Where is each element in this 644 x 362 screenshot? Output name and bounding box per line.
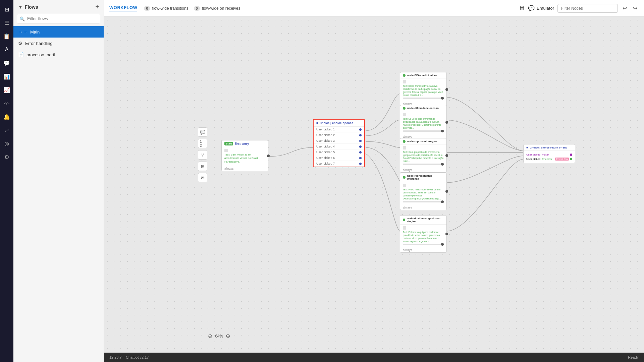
choice-return-row1: User picked: Voltar	[526, 153, 549, 156]
tool-split[interactable]: ⑂	[198, 150, 207, 160]
zoom-in-button[interactable]: ⊕	[226, 333, 230, 339]
choice-return-body: User picked: Voltar User picked: Encerra…	[524, 151, 575, 163]
flow-item-main[interactable]: →→ Main	[13, 26, 104, 38]
tab-receives-label: flow-wide on receives	[202, 6, 240, 11]
add-flow-button[interactable]: +	[95, 3, 99, 10]
node-representante-header: node-representante-imprensa	[400, 173, 446, 182]
tool-envelope[interactable]: ✉	[198, 173, 207, 182]
node-represento-orgao[interactable]: node-represento-orgao Text: Com proposit…	[400, 138, 447, 173]
sidebar-icon-grid[interactable]: ☰	[1, 17, 13, 29]
node-choice-opcoes[interactable]: ■ Choice | choice-opcoes User picked 1 U…	[313, 119, 365, 167]
sidebar-icon-chat[interactable]: 💬	[1, 57, 13, 69]
sidebar-icon-circle[interactable]: ◎	[1, 137, 13, 149]
tool-table[interactable]: ⊞	[198, 162, 207, 171]
node-ppa-header: node-PPA-participativo	[400, 72, 446, 78]
node-duvidas-footer: always	[400, 248, 446, 252]
node-representante-text: Text: Fluxo mais informações ou em caso …	[403, 188, 444, 200]
node-first-entry[interactable]: Start first-entry Text: Bem-vindo(a) ao …	[221, 140, 268, 171]
node-ppa-label: node-PPA-participativo	[407, 74, 437, 77]
main-content: WORKFLOW 0 flow-wide transitions 0 flow-…	[104, 0, 644, 362]
flow-error-label: Error handling	[25, 41, 53, 46]
topbar-tabs: 0 flow-wide transitions 0 flow-wide on r…	[144, 6, 240, 11]
node-ppa-text: Text: Brasil Participativo é a nova plat…	[403, 84, 444, 97]
flows-list: →→ Main ⚙ Error handling 📄 processo_part…	[13, 26, 104, 60]
node-duvidas-slider[interactable]	[403, 244, 444, 245]
choice-row-3: User picked 3	[314, 138, 364, 144]
choice-row-7: User picked 7	[314, 161, 364, 167]
flows-header: ▼ Flows +	[13, 0, 104, 14]
app-time: 12:26.7	[109, 355, 122, 359]
connectors-svg	[104, 17, 644, 353]
node-representante-imprensa[interactable]: node-representante-imprensa Text: Fluxo …	[400, 173, 447, 210]
sidebar-icon-translate[interactable]: A	[1, 44, 13, 56]
filter-nodes-input[interactable]	[557, 4, 618, 13]
first-entry-footer: always	[222, 166, 268, 171]
flows-panel: ▼ Flows + 🔍 →→ Main ⚙ Error handling 📄 p…	[13, 0, 104, 362]
node-represento-dot	[403, 140, 406, 143]
node-representante-body: Text: Fluxo mais informações ou em caso …	[400, 182, 446, 205]
node-representante-slider[interactable]	[403, 201, 444, 202]
choice-row-5: User picked 5	[314, 149, 364, 155]
sidebar-icon-connect[interactable]: ⇌	[1, 124, 13, 136]
node-representante-dot	[403, 176, 406, 179]
choice-return-header: ■ Choice | choice-return-or-end	[524, 144, 575, 151]
node-dificuldade-acesso[interactable]: node-dificuldade-acesso Text: Se você es…	[400, 105, 447, 139]
emulator-label: Emulator	[537, 6, 554, 11]
choice-return-row2: User picked: Encerrar	[526, 158, 552, 161]
sidebar-icon-doc[interactable]: 📋	[1, 30, 13, 42]
screen-icon[interactable]: 🖥	[519, 5, 525, 12]
node-represento-text: Text: Com proposito de promover a igal p…	[403, 150, 444, 163]
node-choice-return-end[interactable]: ■ Choice | choice-return-or-end User pic…	[523, 144, 575, 163]
workflow-canvas[interactable]: 💬 1—2— ⑂ ⊞ ✉ Start first-entry Text: Bem…	[104, 17, 644, 353]
workflow-title: WORKFLOW	[109, 5, 137, 11]
node-representante-footer: always	[400, 205, 446, 210]
search-icon: 🔍	[19, 16, 25, 21]
choice-opcoes-header: ■ Choice | choice-opcoes	[314, 120, 364, 127]
sidebar-icon-settings[interactable]: ⚙	[1, 151, 13, 163]
node-duvidas-dot	[403, 219, 405, 221]
flow-main-icon: →→	[18, 29, 28, 35]
node-duvidas-text: Text: Estamos aqui para esclarecer quald…	[403, 231, 444, 243]
tool-list[interactable]: 1—2—	[198, 139, 207, 148]
node-represento-label: node-represento-orgao	[407, 140, 437, 143]
node-dificuldade-label: node-dificuldade-acesso	[407, 107, 439, 110]
node-dificuldade-dot	[403, 107, 406, 110]
node-representante-label: node-representante-imprensa	[407, 174, 444, 180]
redo-button[interactable]: ↪	[632, 4, 639, 13]
sidebar-icon-alert[interactable]: 🔔	[1, 111, 13, 123]
sidebar-icon-graph[interactable]: 📈	[1, 84, 13, 96]
choice-row-2: User picked 2	[314, 132, 364, 138]
tool-message[interactable]: 💬	[198, 127, 207, 137]
app-info: 12:26.7 Chatbot v2.17	[109, 355, 149, 359]
node-dificuldade-slider[interactable]	[403, 130, 444, 132]
node-ppa-participativo[interactable]: node-PPA-participativo Text: Brasil Part…	[400, 72, 447, 107]
zoom-out-button[interactable]: ⊖	[208, 333, 212, 339]
first-entry-header: Start first-entry	[222, 140, 268, 147]
node-duvidas-header: node-duvidas-sugestores-elogios	[400, 216, 446, 225]
start-badge: Start	[224, 142, 233, 145]
filter-flows-input[interactable]	[17, 14, 100, 23]
sidebar-icon-home[interactable]: ⊞	[1, 3, 13, 15]
flow-item-error[interactable]: ⚙ Error handling	[13, 38, 104, 49]
tab-transitions-label: flow-wide transitions	[152, 6, 189, 11]
node-duvidas-sugestoes[interactable]: node-duvidas-sugestores-elogios Text: Es…	[400, 215, 447, 253]
tab-flow-wide-receives[interactable]: 0 flow-wide on receives	[194, 6, 240, 11]
flow-processo-label: processo_parti	[26, 52, 55, 57]
topbar: WORKFLOW 0 flow-wide transitions 0 flow-…	[104, 0, 644, 17]
first-entry-label: first-entry	[235, 142, 249, 145]
sidebar-icon-chart[interactable]: 📊	[1, 70, 13, 82]
zoom-controls: ⊖ 64% ⊕	[208, 333, 230, 339]
sidebar-icon-code[interactable]: </>	[1, 97, 13, 109]
node-ppa-slider[interactable]	[403, 98, 444, 99]
flow-main-label: Main	[30, 29, 40, 35]
undo-button[interactable]: ↩	[621, 4, 628, 13]
end-of-flow-badge: End of flow	[555, 158, 569, 161]
emulator-button[interactable]: 💬 Emulator	[528, 5, 554, 11]
node-represento-slider[interactable]	[403, 164, 444, 165]
topbar-right: 🖥 💬 Emulator ↩ ↪	[519, 4, 639, 13]
first-entry-text: Text: Bem-vindo(a) ao atendimento virtua…	[224, 153, 265, 164]
tab-flow-wide-transitions[interactable]: 0 flow-wide transitions	[144, 6, 188, 11]
collapse-icon[interactable]: ▼	[18, 4, 23, 10]
flow-item-processo[interactable]: 📄 processo_parti	[13, 49, 104, 60]
flow-error-icon: ⚙	[18, 41, 22, 46]
